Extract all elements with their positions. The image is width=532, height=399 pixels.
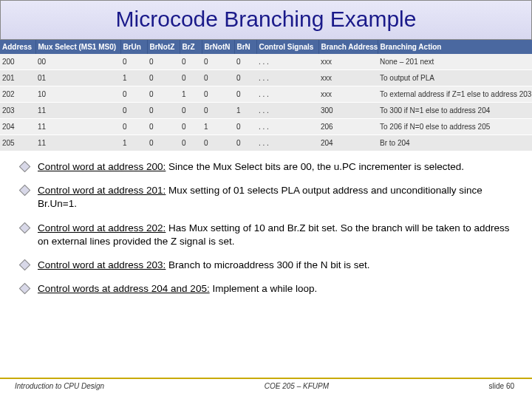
table-cell: 300 [318, 103, 378, 119]
table-cell: 203 [0, 103, 35, 119]
table-row: 2010110000. . .xxxTo output of PLA [0, 70, 532, 86]
table-cell: 10 [35, 86, 120, 103]
bullet-list: Control word at address 200: Since the M… [0, 151, 532, 296]
table-cell: 11 [35, 119, 120, 135]
table-cell: None – 201 next [378, 54, 532, 70]
table-cell: 1 [120, 70, 147, 86]
table-cell: 204 [0, 119, 35, 135]
diamond-icon [19, 185, 31, 197]
bullet-lead: Control words at address 204 and 205: [38, 283, 210, 294]
table-cell: 0 [120, 103, 147, 119]
table-row: 2051110000. . .204Br to 204 [0, 135, 532, 151]
table-cell: 0 [202, 70, 234, 86]
table-row: 2041100010. . .206To 206 if N=0 else to … [0, 119, 532, 135]
bullet-lead: Control word at address 200: [38, 161, 166, 172]
footer: Introduction to CPU Design COE 205 – KFU… [0, 378, 532, 390]
table-row: 2021000100. . .xxxTo external address if… [0, 86, 532, 103]
diamond-icon [19, 259, 31, 271]
bullet-item: Control word at address 203: Branch to m… [21, 259, 511, 272]
bullet-item: Control words at address 204 and 205: Im… [21, 282, 511, 296]
footer-right: slide 60 [489, 382, 532, 390]
column-header: Branch Address [318, 40, 378, 54]
table-cell: 11 [35, 103, 120, 119]
table-cell: 0 [180, 135, 202, 151]
table-cell: 0 [180, 119, 202, 135]
table-cell: 0 [202, 54, 234, 70]
table-cell: 0 [234, 86, 256, 103]
table-cell: 0 [234, 54, 256, 70]
table-cell: . . . [256, 70, 318, 86]
table-cell: 1 [180, 86, 202, 103]
table-cell: 201 [0, 70, 35, 86]
table-cell: 0 [202, 103, 234, 119]
column-header: BrN [234, 40, 256, 54]
column-header: BrZ [180, 40, 202, 54]
table-cell: 1 [202, 119, 234, 135]
table-cell: Br to 204 [378, 135, 532, 151]
table-cell: 11 [35, 135, 120, 151]
table-cell: xxx [318, 70, 378, 86]
bullet-rest: Since the Mux Select bits are 00, the u.… [166, 161, 464, 172]
microcode-table: AddressMux Select (MS1 MS0)BrUnBrNotZBrZ… [0, 40, 532, 151]
diamond-icon [19, 283, 31, 295]
column-header: Control Signals [256, 40, 318, 54]
microcode-table-wrap: AddressMux Select (MS1 MS0)BrUnBrNotZBrZ… [0, 40, 532, 151]
bullet-text: Control words at address 204 and 205: Im… [38, 282, 317, 296]
table-cell: xxx [318, 86, 378, 103]
table-cell: 0 [180, 103, 202, 119]
table-cell: 200 [0, 54, 35, 70]
header-row: AddressMux Select (MS1 MS0)BrUnBrNotZBrZ… [0, 40, 532, 54]
slide-title: Microcode Branching Example [1, 7, 531, 32]
column-header: Mux Select (MS1 MS0) [35, 40, 120, 54]
column-header: BrNotZ [147, 40, 180, 54]
table-cell: 0 [147, 86, 180, 103]
table-row: 2000000000. . .xxxNone – 201 next [0, 54, 532, 70]
bullet-lead: Control word at address 203: [38, 259, 166, 270]
table-cell: 0 [147, 70, 180, 86]
footer-center: COE 205 – KFUPM [265, 382, 329, 390]
table-cell: 0 [234, 135, 256, 151]
table-cell: 0 [234, 70, 256, 86]
table-cell: 00 [35, 54, 120, 70]
bullet-rest: Implement a while loop. [210, 283, 318, 294]
table-body: 2000000000. . .xxxNone – 201 next2010110… [0, 54, 532, 151]
table-row: 2031100001. . .300To 300 if N=1 else to … [0, 103, 532, 119]
table-cell: 202 [0, 86, 35, 103]
table-cell: To output of PLA [378, 70, 532, 86]
table-cell: 1 [234, 103, 256, 119]
column-header: Address [0, 40, 35, 54]
table-cell: . . . [256, 86, 318, 103]
bullet-lead: Control word at address 202: [38, 222, 166, 233]
table-cell: 0 [202, 135, 234, 151]
table-cell: To 206 if N=0 else to address 205 [378, 119, 532, 135]
table-cell: 0 [147, 119, 180, 135]
bullet-rest: Branch to microaddress 300 if the N bit … [166, 259, 369, 270]
table-cell: 0 [147, 54, 180, 70]
table-cell: 0 [120, 54, 147, 70]
table-cell: . . . [256, 119, 318, 135]
bullet-lead: Control word at address 201: [38, 185, 166, 196]
table-cell: 0 [180, 54, 202, 70]
table-cell: 0 [180, 70, 202, 86]
table-cell: 205 [0, 135, 35, 151]
bullet-item: Control word at address 201: Mux setting… [21, 184, 511, 211]
diamond-icon [19, 222, 31, 233]
bullet-item: Control word at address 200: Since the M… [21, 160, 511, 174]
bullet-text: Control word at address 202: Has Mux set… [38, 222, 511, 248]
bullet-text: Control word at address 200: Since the M… [38, 160, 464, 174]
diamond-icon [19, 161, 31, 173]
table-cell: To 300 if N=1 else to address 204 [378, 103, 532, 119]
table-cell: 01 [35, 70, 120, 86]
table-head: AddressMux Select (MS1 MS0)BrUnBrNotZBrZ… [0, 40, 532, 54]
table-cell: To external address if Z=1 else to addre… [378, 86, 532, 103]
column-header: BrNotN [202, 40, 234, 54]
table-cell: 0 [147, 135, 180, 151]
table-cell: 0 [202, 86, 234, 103]
column-header: BrUn [120, 40, 147, 54]
table-cell: 1 [120, 135, 147, 151]
bullet-item: Control word at address 202: Has Mux set… [21, 222, 511, 248]
table-cell: 0 [234, 119, 256, 135]
table-cell: 0 [147, 103, 180, 119]
table-cell: . . . [256, 135, 318, 151]
table-cell: 0 [120, 119, 147, 135]
